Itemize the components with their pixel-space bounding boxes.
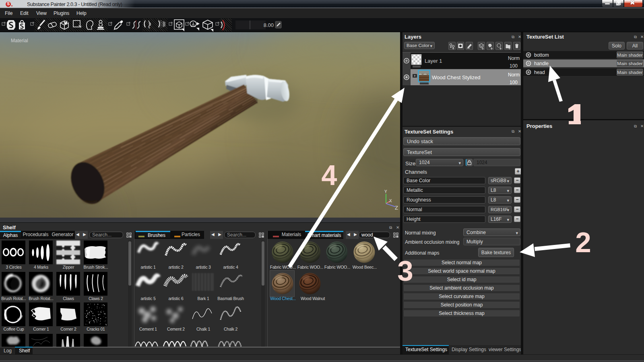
svg-text:Z: Z [395,205,398,211]
svg-text:8.00: 8.00 [264,22,274,28]
svg-text:Y: Y [384,189,387,194]
svg-text:X: X [389,199,392,203]
svg-text:x: x [149,26,150,29]
